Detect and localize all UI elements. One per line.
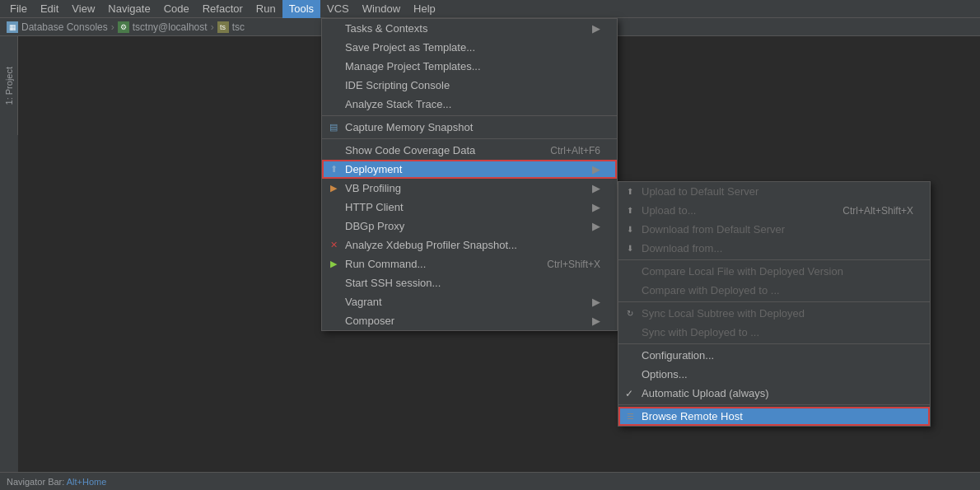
memory-icon: ▤ (327, 121, 340, 134)
auto-upload-checkmark: ✓ (625, 388, 633, 399)
browse-remote-label: Browse Remote Host (642, 410, 743, 422)
download-from-label: Download from... (642, 242, 722, 254)
sync-deployed-label: Sync with Deployed to ... (642, 326, 759, 338)
menubar-item-code[interactable]: Code (157, 0, 196, 18)
vb-profiling-label: VB Profiling (345, 182, 401, 194)
upload-default-icon: ⬆ (623, 185, 637, 198)
tasks-arrow: ▶ (592, 22, 600, 35)
deployment-submenu: ⬆ Upload to Default Server ⬆ Upload to..… (618, 181, 931, 427)
upload-to-label: Upload to... (642, 204, 697, 217)
composer-label: Composer (345, 315, 394, 327)
vb-arrow: ▶ (592, 182, 600, 194)
menubar-item-vcs[interactable]: VCS (320, 0, 356, 18)
download-default-icon: ⬇ (623, 223, 637, 236)
coverage-label: Show Code Coverage Data (345, 144, 475, 156)
breadcrumb-host[interactable]: tsctny@localhost (133, 21, 208, 33)
submenu-item-compare-deployed[interactable]: Compare with Deployed to ... (618, 281, 930, 300)
submenu-sep-2 (618, 301, 930, 302)
breadcrumb-sep-2: › (211, 21, 214, 33)
deployment-arrow: ▶ (592, 163, 600, 175)
analyze-stack-label: Analyze Stack Trace... (345, 98, 451, 110)
separator-2 (322, 138, 617, 139)
menubar-item-file[interactable]: File (3, 0, 34, 18)
submenu-sep-3 (618, 343, 930, 344)
menubar-item-tools[interactable]: Tools (282, 0, 320, 18)
http-arrow: ▶ (592, 201, 600, 213)
file-icon: ts (217, 21, 229, 33)
deployment-icon: ⬆ (327, 163, 340, 176)
menu-item-dbgp-proxy[interactable]: DBGp Proxy ▶ (322, 217, 617, 236)
menubar-item-run[interactable]: Run (250, 0, 282, 18)
options-label: Options... (642, 368, 688, 380)
menubar-item-view[interactable]: View (65, 0, 101, 18)
submenu-item-sync-deployed[interactable]: Sync with Deployed to ... (618, 323, 930, 342)
project-panel-label: 1: Project (4, 67, 14, 105)
menubar-item-window[interactable]: Window (356, 0, 407, 18)
upload-to-shortcut: Ctrl+Alt+Shift+X (810, 205, 913, 217)
coverage-shortcut: Ctrl+Alt+F6 (517, 145, 600, 156)
submenu-item-upload-default[interactable]: ⬆ Upload to Default Server (618, 182, 930, 201)
submenu-item-configuration[interactable]: Configuration... (618, 346, 930, 365)
menubar-item-navigate[interactable]: Navigate (101, 0, 156, 18)
menu-item-tasks[interactable]: Tasks & Contexts ▶ (322, 19, 617, 38)
menu-item-ide-scripting[interactable]: IDE Scripting Console (322, 76, 617, 95)
submenu-item-download-default[interactable]: ⬇ Download from Default Server (618, 220, 930, 239)
compare-local-label: Compare Local File with Deployed Version (642, 265, 843, 278)
submenu-item-upload-to[interactable]: ⬆ Upload to... Ctrl+Alt+Shift+X (618, 201, 930, 220)
menu-item-ssh-session[interactable]: Start SSH session... (322, 273, 617, 292)
menubar-item-refactor[interactable]: Refactor (196, 0, 250, 18)
submenu-sep-1 (618, 259, 930, 260)
auto-upload-label: Automatic Upload (always) (642, 387, 769, 399)
submenu-item-browse-remote[interactable]: ☰ Browse Remote Host (618, 407, 930, 426)
menu-item-analyze-stack[interactable]: Analyze Stack Trace... (322, 95, 617, 114)
project-panel-tab[interactable]: 1: Project (0, 36, 18, 135)
separator-1 (322, 115, 617, 116)
upload-default-label: Upload to Default Server (642, 185, 758, 198)
run-command-icon: ▶ (327, 258, 340, 271)
submenu-item-sync-local[interactable]: ↻ Sync Local Subtree with Deployed (618, 304, 930, 323)
menu-item-coverage[interactable]: Show Code Coverage Data Ctrl+Alt+F6 (322, 141, 617, 160)
tasks-label: Tasks & Contexts (345, 22, 427, 35)
breadcrumb-file[interactable]: tsc (232, 21, 245, 33)
download-from-icon: ⬇ (623, 242, 637, 255)
vb-icon: ▶ (327, 182, 340, 195)
dbgp-proxy-label: DBGp Proxy (345, 220, 404, 232)
submenu-item-download-from[interactable]: ⬇ Download from... (618, 239, 930, 258)
menu-item-run-command[interactable]: ▶ Run Command... Ctrl+Shift+X (322, 254, 617, 273)
xdebug-icon: ✕ (327, 239, 340, 252)
dbgp-arrow: ▶ (592, 220, 600, 232)
status-link-alt-home[interactable]: Alt+Home (67, 477, 107, 487)
upload-to-icon: ⬆ (623, 204, 637, 217)
submenu-item-compare-local[interactable]: Compare Local File with Deployed Version (618, 262, 930, 281)
statusbar: Navigator Bar: Alt+Home (0, 472, 980, 490)
browse-remote-icon: ☰ (623, 410, 637, 423)
host-icon: ⚙ (118, 21, 129, 33)
breadcrumb-database-consoles[interactable]: Database Consoles (21, 21, 108, 33)
statusbar-text: Navigator Bar: Alt+Home (7, 477, 106, 487)
submenu-sep-4 (618, 404, 930, 405)
menu-item-deployment[interactable]: ⬆ Deployment ▶ (322, 160, 617, 179)
breadcrumb-sep-1: › (111, 21, 114, 33)
run-command-label: Run Command... (345, 258, 426, 270)
ssh-session-label: Start SSH session... (345, 277, 441, 289)
menu-item-manage-templates[interactable]: Manage Project Templates... (322, 57, 617, 76)
menubar-item-help[interactable]: Help (407, 0, 442, 18)
menu-item-capture-memory[interactable]: ▤ Capture Memory Snapshot (322, 118, 617, 137)
sync-local-label: Sync Local Subtree with Deployed (642, 307, 805, 320)
download-default-label: Download from Default Server (642, 223, 785, 236)
deployment-label: Deployment (345, 163, 402, 175)
vagrant-arrow: ▶ (592, 296, 600, 308)
menu-item-analyze-xdebug[interactable]: ✕ Analyze Xdebug Profiler Snapshot... (322, 236, 617, 254)
submenu-item-options[interactable]: Options... (618, 365, 930, 384)
menu-item-vb-profiling[interactable]: ▶ VB Profiling ▶ (322, 179, 617, 198)
menu-item-save-template[interactable]: Save Project as Template... (322, 38, 617, 57)
submenu-item-auto-upload[interactable]: ✓ Automatic Upload (always) (618, 384, 930, 403)
menu-item-vagrant[interactable]: Vagrant ▶ (322, 292, 617, 311)
menu-item-http-client[interactable]: HTTP Client ▶ (322, 198, 617, 217)
manage-templates-label: Manage Project Templates... (345, 60, 481, 72)
menu-item-composer[interactable]: Composer ▶ (322, 311, 617, 330)
composer-arrow: ▶ (592, 315, 600, 327)
menubar: File Edit View Navigate Code Refactor Ru… (0, 0, 980, 18)
menubar-item-edit[interactable]: Edit (34, 0, 65, 18)
tools-dropdown: Tasks & Contexts ▶ Save Project as Templ… (321, 18, 618, 331)
